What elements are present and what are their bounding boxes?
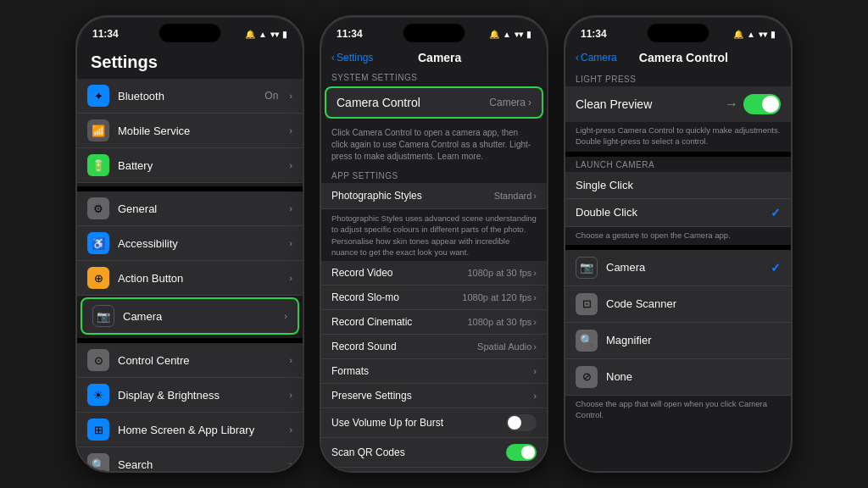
record-sound-label: Record Sound [331,341,397,352]
show-detected-row[interactable]: Show Detected Text [321,468,547,471]
double-click-row[interactable]: Double Click ✓ [565,199,791,227]
settings-item-bluetooth[interactable]: ✦ Bluetooth On › [77,79,303,114]
record-cinematic-row[interactable]: Record Cinematic 1080p at 30 fps› [321,310,547,335]
volume-burst-label: Use Volume Up for Burst [331,417,443,429]
dynamic-island-3 [648,24,709,42]
scan-qr-knob [521,446,535,459]
camera-icon: 📷 [92,305,114,327]
photographic-value: Standard › [494,191,537,201]
app-option-camera[interactable]: 📷 Camera ✓ [565,250,791,286]
settings-item-mobile[interactable]: 📶 Mobile Service › [77,114,303,148]
record-cinematic-value: 1080p at 30 fps› [467,317,537,327]
phone-frame-2: 11:34 🔔 ▲ ▾▾ ▮ ‹ Settings Camera SYSTEM … [320,15,548,473]
camera-settings-screen: ‹ Settings Camera SYSTEM SETTINGS Camera… [321,47,547,471]
single-click-row[interactable]: Single Click [565,172,791,199]
double-click-check: ✓ [771,206,781,219]
control-centre-label: Control Centre [118,354,278,367]
record-video-value: 1080p at 30 fps› [467,268,537,278]
app-options-list: 📷 Camera ✓ ⊡ Code Scanner 🔍 Magnifier ⊘ … [565,250,791,396]
battery-icon: ▮ [282,30,287,39]
signal-icon: ▲ [259,30,267,39]
double-click-label: Double Click [576,206,637,219]
camera-control-screen: ‹ Camera Camera Control LIGHT PRESS Clea… [565,47,791,471]
camera-control-chevron: › [528,97,531,108]
status-time-1: 11:34 [92,28,119,40]
scan-qr-toggle[interactable] [506,444,537,461]
settings-item-home-screen[interactable]: ⊞ Home Screen & App Library › [77,413,303,447]
camera-app-label: Camera [606,261,762,274]
home-screen-label: Home Screen & App Library [118,424,278,436]
record-video-row[interactable]: Record Video 1080p at 30 fps› [321,261,547,286]
camera-control-value: Camera › [489,97,531,108]
settings-item-search[interactable]: 🔍 Search › [77,447,303,471]
settings-item-display[interactable]: ☀ Display & Brightness › [77,378,303,413]
search-label: Search [118,458,278,471]
volume-burst-toggle[interactable] [506,414,537,431]
camera-back-button[interactable]: ‹ Camera [576,52,617,64]
bell-icon-2: 🔔 [489,30,499,39]
app-option-code-scanner[interactable]: ⊡ Code Scanner [565,286,791,323]
preserve-settings-chevron: › [533,391,537,401]
app-settings-label: APP SETTINGS [321,168,547,183]
scan-qr-row[interactable]: Scan QR Codes [321,438,547,468]
code-scanner-icon: ⊡ [576,293,598,315]
bluetooth-label: Bluetooth [118,90,256,103]
accessibility-icon: ♿ [87,232,109,254]
camera-back-label: Camera [581,52,617,64]
preserve-settings-row[interactable]: Preserve Settings › [321,384,547,408]
camera-control-val-text: Camera [489,97,526,108]
camera-control-nav-bar: ‹ Camera Camera Control [565,47,791,69]
camera-control-label: Camera Control [337,96,420,109]
app-option-magnifier[interactable]: 🔍 Magnifier [565,323,791,359]
none-icon: ⊘ [576,366,598,388]
arrow-icon: → [725,97,738,112]
record-cinematic-label: Record Cinematic [331,316,412,328]
settings-item-control-centre[interactable]: ⊙ Control Centre › [77,343,303,378]
toggle-knob [508,416,521,430]
status-time-2: 11:34 [337,28,363,40]
general-label: General [118,202,278,215]
wifi-icon-3: ▾▾ [759,30,767,39]
magnifier-label: Magnifier [606,334,781,347]
settings-item-general[interactable]: ⚙ General › [77,191,303,226]
bluetooth-icon: ✦ [87,85,109,107]
settings-item-accessibility[interactable]: ♿ Accessibility › [77,226,303,261]
camera-app-check: ✓ [771,261,781,274]
record-slomo-label: Record Slo-mo [331,291,399,303]
photographic-styles-row[interactable]: Photographic Styles Standard › [321,183,547,209]
wifi-icon: ▾▾ [270,30,279,39]
back-label: Settings [337,52,373,64]
signal-icon-2: ▲ [503,30,511,39]
clean-preview-row: Clean Preview → [565,86,791,122]
volume-burst-row[interactable]: Use Volume Up for Burst [321,408,547,438]
formats-row[interactable]: Formats › [321,359,547,384]
clean-preview-controls: → [720,94,781,114]
light-press-header: LIGHT PRESS [565,69,791,86]
display-label: Display & Brightness [118,389,278,402]
settings-section-connectivity: ✦ Bluetooth On › 📶 Mobile Service › 🔋 Ba… [77,79,303,183]
none-label: None [606,370,781,383]
settings-item-action-button[interactable]: ⊕ Action Button › [77,261,303,296]
camera-settings-rows: Record Video 1080p at 30 fps› Record Slo… [321,261,547,471]
status-icons-2: 🔔 ▲ ▾▾ ▮ [489,30,531,39]
camera-chevron: › [284,311,287,321]
app-option-none[interactable]: ⊘ None [565,359,791,396]
camera-label: Camera [123,310,273,323]
settings-back-button[interactable]: ‹ Settings [331,52,373,64]
bell-icon-3: 🔔 [733,30,743,39]
settings-item-camera[interactable]: 📷 Camera › [81,297,299,335]
home-screen-icon: ⊞ [87,419,109,441]
clean-preview-toggle[interactable] [743,94,781,114]
camera-nav-bar: ‹ Settings Camera [321,47,547,69]
mobile-icon: 📶 [87,119,109,141]
photographic-val-text: Standard [494,191,532,201]
action-button-icon: ⊕ [87,267,109,289]
phone-frame-3: 11:34 🔔 ▲ ▾▾ ▮ ‹ Camera Camera Control L… [564,15,793,473]
settings-item-battery[interactable]: 🔋 Battery › [77,148,303,183]
camera-control-row[interactable]: Camera Control Camera › [325,86,543,119]
action-button-chevron: › [289,273,292,283]
settings-section-display: ⊙ Control Centre › ☀ Display & Brightnes… [77,343,303,471]
mobile-chevron: › [289,125,292,136]
record-sound-row[interactable]: Record Sound Spatial Audio› [321,335,547,359]
record-slomo-row[interactable]: Record Slo-mo 1080p at 120 fps› [321,286,547,310]
